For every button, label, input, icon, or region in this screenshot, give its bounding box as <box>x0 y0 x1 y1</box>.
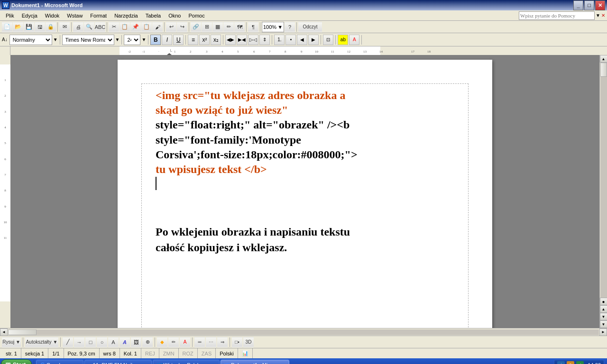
permission-button[interactable]: 🔒 <box>46 22 56 32</box>
scroll-next-button[interactable]: ▼ <box>600 313 607 320</box>
numbering-button[interactable]: 1. <box>274 35 285 45</box>
bold-button[interactable]: B <box>150 35 161 45</box>
hyperlink-button[interactable]: 🔗 <box>191 22 201 32</box>
clipart-tool[interactable]: 🖼 <box>131 337 141 347</box>
help-btn[interactable]: ? <box>285 22 295 32</box>
drawing-button[interactable]: ✏ <box>223 22 234 32</box>
menu-edycja[interactable]: Edycja <box>18 12 41 19</box>
align-right-button[interactable]: ▷◁ <box>248 35 258 45</box>
rect-tool[interactable]: □ <box>85 337 96 347</box>
scroll-track[interactable] <box>600 63 607 298</box>
save2-button[interactable]: 🖫 <box>35 22 45 32</box>
shadow-btn[interactable]: □▪ <box>232 337 242 347</box>
border-button[interactable]: ⊡ <box>323 35 333 45</box>
superscript-button[interactable]: x² <box>199 35 210 45</box>
columns-button[interactable]: ▦ <box>212 22 223 32</box>
draw-menu[interactable]: Rysuj ▼ <box>2 337 21 347</box>
copy-button[interactable]: 📋 <box>120 22 130 32</box>
paste-button[interactable]: 📌 <box>130 22 141 32</box>
doc-map-button[interactable]: 🗺 <box>234 22 245 32</box>
subscript-button[interactable]: x₂ <box>211 35 221 45</box>
scroll-up-button[interactable]: ▲ <box>600 55 607 63</box>
menu-okno[interactable]: Okno <box>165 12 184 19</box>
underline-button[interactable]: U <box>173 35 184 45</box>
line-color-btn[interactable]: ✏ <box>168 337 179 347</box>
align-left2-button[interactable]: ◀▶ <box>225 35 236 45</box>
line-style-btn[interactable]: ═ <box>194 337 205 347</box>
cut-button[interactable]: ✂ <box>109 22 119 32</box>
paste2-button[interactable]: 📋 <box>141 22 152 32</box>
minimize-button[interactable]: _ <box>573 0 583 10</box>
help-arrow[interactable]: ▼ <box>596 13 600 18</box>
style-select[interactable]: Normalny <box>9 35 52 45</box>
align-center-button[interactable]: ▶◀ <box>237 35 247 45</box>
highlight-button[interactable]: ab <box>338 35 348 45</box>
taskbar-wp[interactable]: W Wirtualna Polska - w... <box>153 360 219 364</box>
new-button[interactable]: 📄 <box>2 22 12 32</box>
font-color-btn2[interactable]: A <box>180 337 190 347</box>
font-select[interactable]: Times New Roman <box>62 35 114 45</box>
menu-format[interactable]: Format <box>86 12 110 19</box>
save-button[interactable]: 💾 <box>24 22 34 32</box>
line-tool[interactable]: ╱ <box>63 337 73 347</box>
table-button[interactable]: ⊞ <box>202 22 212 32</box>
tray-icon2[interactable]: ⊙ <box>567 361 574 364</box>
oval-tool[interactable]: ○ <box>97 337 107 347</box>
start-button[interactable]: ⊞ Start <box>1 359 32 364</box>
preview-button[interactable]: 🔍 <box>84 22 94 32</box>
vertical-scrollbar[interactable]: ▲ ● ▲ ▼ ▼ <box>599 55 607 328</box>
arrow-tool[interactable]: → <box>74 337 84 347</box>
redo-button[interactable]: ↪ <box>177 22 187 32</box>
menu-widok[interactable]: Widok <box>41 12 64 19</box>
scroll-extra-btns[interactable]: ● ▲ ▼ <box>600 298 607 320</box>
diagram-tool[interactable]: ⊕ <box>142 337 153 347</box>
menu-pomoc[interactable]: Pomoc <box>184 12 208 19</box>
undo-button[interactable]: ↩ <box>166 22 176 32</box>
h-scroll-thumb[interactable] <box>8 329 37 335</box>
horizontal-scrollbar[interactable]: ◄ ► <box>0 328 607 336</box>
indent-inc-button[interactable]: ▶ <box>308 35 319 45</box>
bullets-button[interactable]: • <box>285 35 296 45</box>
italic-button[interactable]: I <box>162 35 172 45</box>
wordart-tool[interactable]: A <box>120 337 130 347</box>
menu-wstaw[interactable]: Wstaw <box>63 12 86 19</box>
fill-color-btn[interactable]: ◆ <box>157 337 167 347</box>
menu-tabela[interactable]: Tabela <box>142 12 165 19</box>
scroll-thumb[interactable] <box>600 63 607 77</box>
taskbar-google[interactable]: G Google <box>36 360 83 364</box>
menu-narzedzia[interactable]: Narzędzia <box>110 12 142 19</box>
show-para-button[interactable]: ¶ <box>248 22 258 32</box>
tray-icon1[interactable]: i <box>557 361 565 364</box>
arrow-style-btn[interactable]: ⇒ <box>217 337 228 347</box>
help-close[interactable]: ✕ <box>601 13 605 18</box>
line-spacing-button[interactable]: ⇕ <box>259 35 270 45</box>
menu-plik[interactable]: Plik <box>2 12 18 19</box>
spellcheck-button[interactable]: ABC <box>95 22 105 32</box>
zoom-dropdown[interactable]: 100% ▼ <box>262 22 284 32</box>
dash-style-btn[interactable]: ⋯ <box>206 337 216 347</box>
email-button[interactable]: ✉ <box>59 22 70 32</box>
read-button[interactable]: Odczyt <box>298 22 322 32</box>
open-button[interactable]: 📂 <box>13 22 23 32</box>
font-color-button[interactable]: A <box>349 35 359 45</box>
taskbar-rmf[interactable]: ♪ 11. RMF FM Najlepsz... <box>84 360 152 364</box>
title-controls[interactable]: _ □ ✕ <box>573 0 605 10</box>
align-left-button[interactable]: ≡ <box>188 35 198 45</box>
print-button[interactable]: 🖨 <box>73 22 83 32</box>
textbox-tool[interactable]: A <box>108 337 119 347</box>
scroll-page-select[interactable]: ● <box>600 298 607 305</box>
scroll-left-button[interactable]: ◄ <box>0 328 8 336</box>
scroll-right-button[interactable]: ► <box>599 328 607 336</box>
h-scroll-track[interactable] <box>8 329 599 335</box>
document-area[interactable]: <img src="tu wklejasz adres obrazka aską… <box>10 55 599 328</box>
format-painter[interactable]: 🖌 <box>152 22 163 32</box>
restore-button[interactable]: □ <box>584 0 594 10</box>
help-input[interactable] <box>519 11 595 20</box>
scroll-down-button[interactable]: ▼ <box>600 320 607 328</box>
3d-btn[interactable]: 3D <box>243 337 254 347</box>
autoshapes-menu[interactable]: Autokształty ▼ <box>25 337 58 347</box>
taskbar-word[interactable]: W Dokument1 - Microso... <box>221 360 289 364</box>
tray-icon3[interactable]: ✓ <box>576 361 584 364</box>
scroll-prev-button[interactable]: ▲ <box>600 305 607 313</box>
indent-dec-button[interactable]: ◀ <box>297 35 307 45</box>
